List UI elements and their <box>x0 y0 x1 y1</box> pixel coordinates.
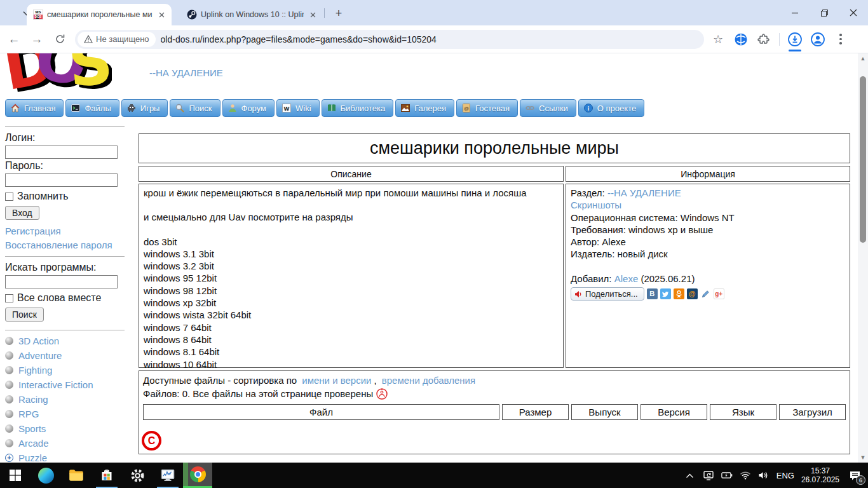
browser-menu-icon[interactable] <box>833 32 848 47</box>
category-3d-action[interactable]: 3D Action <box>5 336 125 346</box>
taskbar-taskmgr-button[interactable] <box>153 463 183 488</box>
nav-files[interactable]: Файлы <box>65 99 119 117</box>
new-tab-button[interactable]: + <box>331 6 346 21</box>
scroll-down-icon[interactable]: ▼ <box>858 452 868 463</box>
remember-checkbox[interactable] <box>5 193 13 201</box>
address-bar[interactable]: Не защищено old-dos.ru/index.php?page=fi… <box>75 30 704 49</box>
nav-wiki[interactable]: W Wiki <box>276 99 320 117</box>
tray-display-sync-icon[interactable] <box>703 470 714 481</box>
information-panel: Раздел: --НА УДАЛЕНИЕ Скриншоты Операцио… <box>566 184 850 368</box>
extension-globe-icon[interactable] <box>733 32 749 47</box>
start-button[interactable] <box>0 463 31 488</box>
category-interactive-fiction[interactable]: Interactive Fiction <box>5 379 125 390</box>
reload-button[interactable] <box>51 30 69 48</box>
restore-icon <box>820 9 829 17</box>
nav-library[interactable]: Библиотека <box>322 99 394 117</box>
tab-smeshariki[interactable]: MS DOS смешарики поролельные мир <box>27 4 172 25</box>
restore-button[interactable] <box>810 0 839 25</box>
person-icon <box>227 103 238 113</box>
tray-volume-icon[interactable] <box>758 470 770 481</box>
nav-about[interactable]: i О проекте <box>578 99 644 117</box>
taskbar-chrome-button[interactable] <box>183 463 212 488</box>
category-rpg[interactable]: RPG <box>5 409 125 419</box>
svg-text:@: @ <box>464 105 469 111</box>
share-button[interactable]: Поделиться... <box>571 287 644 301</box>
sort-by-name-link[interactable]: имени и версии <box>302 374 371 387</box>
category-fighting[interactable]: Fighting <box>5 365 125 376</box>
added-user-link[interactable]: Alexe <box>614 273 639 284</box>
bits-line: windows 3.2 3bit <box>144 260 559 272</box>
taskbar-edge-button[interactable] <box>31 463 61 488</box>
tray-clock[interactable]: 15:37 26.07.2025 <box>801 466 839 484</box>
share-twitter-icon[interactable] <box>660 288 671 299</box>
category-adventure[interactable]: Adventure <box>5 350 125 361</box>
share-livejournal-icon[interactable] <box>700 288 711 299</box>
nav-search[interactable]: Поиск <box>170 99 220 117</box>
tray-wifi-icon[interactable] <box>740 470 751 481</box>
taskbar-store-button[interactable] <box>92 463 122 488</box>
terminal-icon <box>71 103 81 113</box>
section-label: Раздел: <box>571 187 607 198</box>
program-search-input[interactable] <box>5 275 118 288</box>
share-vk-icon[interactable]: В <box>647 288 658 299</box>
back-button[interactable]: ← <box>5 30 23 48</box>
breadcrumb[interactable]: --НА УДАЛЕНИЕ <box>149 67 223 78</box>
dos-logo[interactable]: D O S <box>3 53 112 98</box>
share-odnoklassniki-icon[interactable] <box>674 288 684 299</box>
nav-home[interactable]: Главная <box>5 99 64 117</box>
recover-password-link[interactable]: Восстановление пароля <box>5 240 125 250</box>
bits-line: windows 95 12bit <box>144 272 559 284</box>
notification-count-badge: 6 <box>856 475 865 485</box>
windows-logo-icon <box>9 469 22 482</box>
extensions-puzzle-icon[interactable] <box>756 32 771 47</box>
screenshots-link[interactable]: Скриншоты <box>571 200 621 210</box>
share-googleplus-icon[interactable]: g+ <box>714 288 724 299</box>
vertical-scrollbar[interactable]: ▲ ▼ <box>858 53 868 463</box>
scroll-up-icon[interactable]: ▲ <box>858 53 868 64</box>
tab-close-icon[interactable] <box>156 10 166 20</box>
login-input[interactable] <box>5 146 118 159</box>
taskbar-explorer-button[interactable] <box>61 463 92 488</box>
password-input[interactable] <box>5 173 118 187</box>
download-icon[interactable] <box>787 32 803 47</box>
category-arcade[interactable]: Arcade <box>5 438 125 449</box>
section-link[interactable]: --НА УДАЛЕНИЕ <box>607 187 681 198</box>
information-header: Информация <box>566 166 850 182</box>
tray-language[interactable]: ENG <box>776 471 794 480</box>
nav-gallery[interactable]: Галерея <box>395 99 454 117</box>
all-words-checkbox[interactable] <box>5 294 13 302</box>
nav-links[interactable]: Ссылки <box>520 99 576 117</box>
svg-text:W: W <box>284 105 290 112</box>
close-button[interactable] <box>839 0 868 25</box>
scrollbar-thumb[interactable] <box>860 76 866 243</box>
taskbar-settings-button[interactable] <box>122 463 153 488</box>
action-center-button[interactable]: 6 <box>846 467 863 484</box>
window-controls <box>780 0 868 25</box>
forward-button[interactable]: → <box>28 30 46 48</box>
nav-games[interactable]: Игры <box>121 99 168 117</box>
nav-forum[interactable]: Форум <box>222 99 275 117</box>
sidebar: Логин: Пароль: Запомнить Вход Регистраци… <box>5 121 125 488</box>
program-search-label: Искать программы: <box>5 262 125 273</box>
category-puzzle[interactable]: +Puzzle <box>5 452 125 463</box>
security-chip[interactable]: Не защищено <box>78 32 156 47</box>
system-tray: ENG 15:37 26.07.2025 6 <box>684 466 868 484</box>
minimize-button[interactable] <box>780 0 810 25</box>
profile-icon[interactable] <box>810 32 825 47</box>
category-sports[interactable]: Sports <box>5 423 125 434</box>
login-button[interactable]: Вход <box>5 206 39 220</box>
tab-uplink[interactable]: Uplink on Windows 10 :: Uplink <box>180 4 323 25</box>
tray-chevron-up-icon[interactable] <box>684 470 696 481</box>
bookmark-star-icon[interactable]: ☆ <box>710 32 726 47</box>
share-mailru-icon[interactable]: @ <box>687 288 698 299</box>
sort-by-time-link[interactable]: времени добавления <box>382 374 475 387</box>
nav-guestbook[interactable]: @ Гостевая <box>456 99 518 117</box>
tray-battery-icon[interactable] <box>721 470 733 481</box>
category-racing[interactable]: Racing <box>5 394 125 405</box>
expand-plus-icon[interactable]: + <box>5 454 13 462</box>
register-link[interactable]: Регистрация <box>5 226 125 236</box>
search-button[interactable]: Поиск <box>5 308 44 322</box>
tab-separator <box>324 8 325 18</box>
tab-close-icon[interactable] <box>308 10 318 20</box>
copyright-icon: C <box>142 431 161 451</box>
